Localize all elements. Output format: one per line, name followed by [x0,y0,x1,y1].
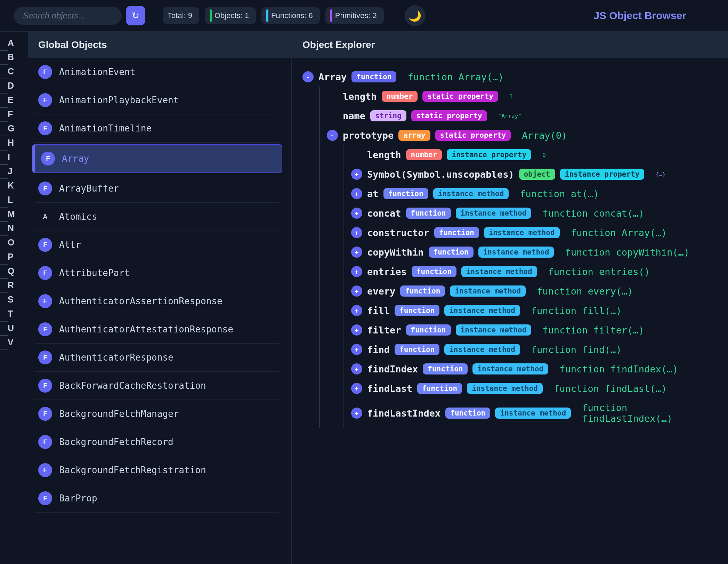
sidebar-item-animationtimeline[interactable]: FAnimationTimeline [32,114,282,143]
tree-node-length[interactable]: lengthnumberstatic property1 [327,87,718,106]
sidebar-list[interactable]: FAnimationEventFAnimationPlaybackEventFA… [28,58,291,564]
prop-value: function fill(…) [531,305,622,316]
az-letter-p[interactable]: P [0,250,28,264]
expand-icon[interactable]: + [351,408,362,419]
prop-name: Array [318,72,347,82]
theme-toggle-button[interactable]: 🌙 [405,5,426,26]
search-input[interactable] [14,7,122,25]
expand-icon[interactable]: + [351,227,362,238]
sidebar-item-animationplaybackevent[interactable]: FAnimationPlaybackEvent [32,86,282,114]
sidebar-item-authenticatorattestationresponse[interactable]: FAuthenticatorAttestationResponse [32,315,282,344]
tree-node-symbol-symbol-unscopables-[interactable]: +Symbol(Symbol.unscopables)objectinstanc… [351,164,718,184]
expand-icon[interactable]: + [351,285,362,297]
az-letter-c[interactable]: C [0,64,28,79]
tag-function: function [417,383,462,394]
tree-node-prototype[interactable]: -prototypearraystatic propertyArray(0) [327,126,718,145]
tree-node-length[interactable]: lengthnumberinstance property0 [351,145,718,164]
az-letter-a[interactable]: A [0,36,28,50]
stat-total-label: Total: 9 [168,11,192,20]
sidebar-item-backforwardcacherestoration[interactable]: FBackForwardCacheRestoration [32,372,282,400]
tag-array: array [398,130,430,141]
az-letter-j[interactable]: J [0,164,28,178]
expand-icon[interactable]: + [351,383,362,394]
stat-primitives: Primitives: 2 [325,7,384,24]
sidebar-item-label: AuthenticatorAssertionResponse [59,296,223,306]
expand-icon[interactable]: + [351,247,362,258]
expand-icon[interactable]: + [351,188,362,199]
search-wrap: ↻ [14,6,145,25]
tree-node-name[interactable]: namestringstatic property"Array" [327,106,718,126]
tree-node-constructor[interactable]: +constructorfunctioninstance methodfunct… [351,223,718,242]
az-letter-d[interactable]: D [0,79,28,93]
stat-functions-bar [266,9,268,22]
az-letter-i[interactable]: I [0,150,28,164]
object-tree[interactable]: -Arrayfunctionfunction Array(…)lengthnum… [292,58,728,564]
az-letter-q[interactable]: Q [0,264,28,278]
type-badge: F [38,238,52,252]
tag-static-property: static property [411,110,487,121]
prop-value: function Array(…) [571,227,667,238]
prop-name: constructor [367,227,429,238]
expand-icon[interactable]: + [351,169,362,180]
sidebar-item-array[interactable]: FArray [32,144,282,173]
expand-icon[interactable]: + [351,305,362,316]
sidebar-item-backgroundfetchregistration[interactable]: FBackgroundFetchRegistration [32,456,282,484]
sidebar-item-backgroundfetchrecord[interactable]: FBackgroundFetchRecord [32,428,282,456]
sidebar-item-atomics[interactable]: AAtomics [32,203,282,231]
type-badge: F [38,322,52,336]
az-letter-k[interactable]: K [0,178,28,193]
az-letter-l[interactable]: L [0,193,28,207]
az-letter-r[interactable]: R [0,278,28,292]
tree-node-findlastindex[interactable]: +findLastIndexfunctioninstance methodfun… [351,398,718,428]
type-badge: F [38,93,52,107]
az-letter-g[interactable]: G [0,121,28,136]
tag-static-property: static property [422,91,498,102]
az-letter-f[interactable]: F [0,107,28,121]
tree-node-entries[interactable]: +entriesfunctioninstance methodfunction … [351,262,718,281]
tree-node-find[interactable]: +findfunctioninstance methodfunction fin… [351,340,718,359]
tree-node-findindex[interactable]: +findIndexfunctioninstance methodfunctio… [351,359,718,379]
collapse-icon[interactable]: - [302,71,314,82]
az-letter-b[interactable]: B [0,50,28,64]
type-badge: F [38,182,52,195]
az-letter-n[interactable]: N [0,221,28,235]
sidebar-item-attr[interactable]: FAttr [32,231,282,259]
refresh-button[interactable]: ↻ [126,6,145,25]
sidebar-item-authenticatorresponse[interactable]: FAuthenticatorResponse [32,344,282,372]
expand-icon[interactable]: + [351,324,362,336]
stat-objects: Objects: 1 [205,7,256,24]
sidebar-item-attributepart[interactable]: FAttributePart [32,259,282,287]
tree-node-fill[interactable]: +fillfunctioninstance methodfunction fil… [351,301,718,320]
sidebar-item-arraybuffer[interactable]: FArrayBuffer [32,175,282,203]
sidebar-item-label: Array [62,153,89,164]
sidebar-item-authenticatorassertionresponse[interactable]: FAuthenticatorAssertionResponse [32,287,282,315]
az-letter-o[interactable]: O [0,235,28,250]
expand-icon[interactable]: + [351,363,362,374]
sidebar-item-backgroundfetchmanager[interactable]: FBackgroundFetchManager [32,400,282,428]
sidebar-item-animationevent[interactable]: FAnimationEvent [32,58,282,86]
type-badge: F [38,407,52,421]
tree-node-filter[interactable]: +filterfunctioninstance methodfunction f… [351,320,718,340]
tree-node-every[interactable]: +everyfunctioninstance methodfunction ev… [351,281,718,301]
az-letter-h[interactable]: H [0,136,28,150]
sidebar-item-label: BackgroundFetchManager [59,409,179,419]
az-letter-m[interactable]: M [0,207,28,221]
sidebar-item-label: BackgroundFetchRegistration [59,465,206,475]
tree-node-at[interactable]: +atfunctioninstance methodfunction at(…) [351,184,718,203]
tree-node-concat[interactable]: +concatfunctioninstance methodfunction c… [351,203,718,223]
tree-node-findlast[interactable]: +findLastfunctioninstance methodfunction… [351,379,718,398]
az-letter-e[interactable]: E [0,93,28,107]
az-letter-t[interactable]: T [0,307,28,321]
collapse-icon[interactable]: - [327,130,338,141]
sidebar-item-barprop[interactable]: FBarProp [32,484,282,513]
az-letter-v[interactable]: V [0,335,28,349]
expand-icon[interactable]: + [351,266,362,277]
tree-node-array[interactable]: -Arrayfunctionfunction Array(…) [302,67,718,87]
az-letter-u[interactable]: U [0,321,28,335]
expand-icon[interactable]: + [351,208,362,219]
expand-icon[interactable]: + [351,344,362,355]
tree-node-copywithin[interactable]: +copyWithinfunctioninstance methodfuncti… [351,242,718,262]
prop-value: function Array(…) [407,72,503,82]
az-letter-s[interactable]: S [0,292,28,307]
prop-name: copyWithin [367,247,424,258]
